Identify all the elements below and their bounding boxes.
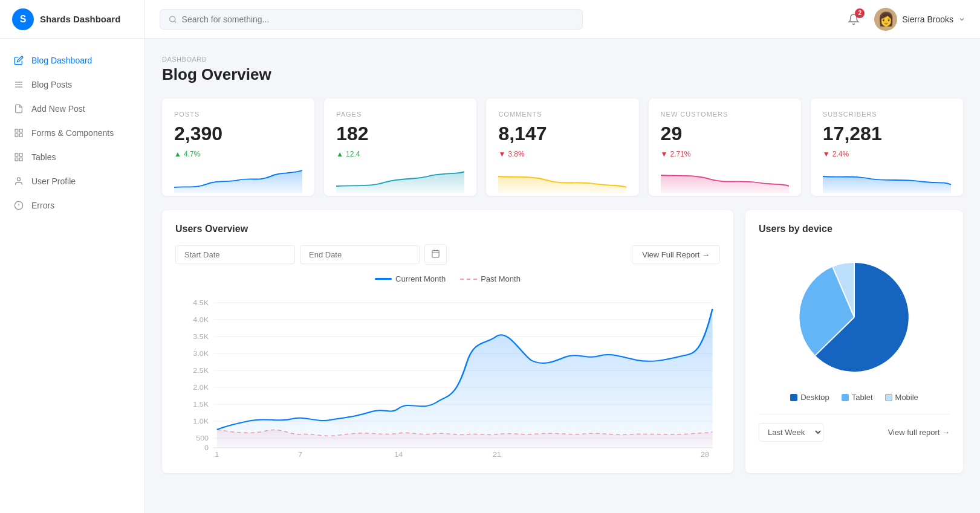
stat-value-subscribers: 17,281 bbox=[823, 123, 951, 145]
svg-rect-10 bbox=[15, 158, 18, 161]
stat-card-comments: COMMENTS 8,147 ▼ 3.8% bbox=[486, 98, 638, 196]
stat-sparkline-new-customers bbox=[661, 163, 789, 196]
stat-change-posts: ▲ 4.7% bbox=[174, 150, 302, 158]
header: 2 👩 Sierra Brooks bbox=[145, 0, 980, 39]
blog-posts-label: Blog Posts bbox=[31, 80, 72, 89]
svg-text:3.5K: 3.5K bbox=[193, 334, 209, 340]
current-month-line-icon bbox=[375, 278, 392, 280]
tablet-dot bbox=[842, 394, 849, 401]
stats-row: POSTS 2,390 ▲ 4.7% PAGES 182 ▲ 12.4 bbox=[162, 98, 963, 196]
header-right: 2 👩 Sierra Brooks bbox=[843, 8, 965, 31]
svg-point-11 bbox=[17, 178, 20, 181]
svg-text:2.5K: 2.5K bbox=[193, 367, 209, 374]
devices-title: Users by device bbox=[759, 224, 950, 234]
end-date-input[interactable] bbox=[300, 245, 420, 264]
sidebar-item-blog-dashboard[interactable]: Blog Dashboard bbox=[0, 48, 144, 73]
legend-desktop: Desktop bbox=[790, 393, 829, 402]
chevron-down-icon bbox=[958, 16, 965, 23]
notification-button[interactable]: 2 bbox=[843, 8, 865, 30]
users-overview-card: Users Overview View Full Report → Curren… bbox=[162, 210, 733, 473]
stat-value-new-customers: 29 bbox=[661, 123, 789, 145]
user-profile-icon bbox=[13, 176, 24, 187]
stat-change-subscribers: ▼ 2.4% bbox=[823, 150, 951, 158]
user-profile-button[interactable]: 👩 Sierra Brooks bbox=[874, 8, 965, 31]
svg-text:28: 28 bbox=[701, 451, 709, 458]
calendar-button[interactable] bbox=[424, 244, 447, 265]
week-select[interactable]: Last Week This Week Last Month bbox=[759, 423, 823, 442]
view-full-report-button[interactable]: View Full Report → bbox=[632, 245, 720, 264]
stat-card-new-customers: NEW CUSTOMERS 29 ▼ 2.71% bbox=[649, 98, 801, 196]
device-legend: Desktop Tablet Mobile bbox=[759, 393, 950, 402]
add-new-post-icon bbox=[13, 103, 24, 114]
avatar: 👩 bbox=[874, 8, 897, 31]
forms-components-label: Forms & Components bbox=[31, 128, 114, 138]
sidebar-nav: Blog DashboardBlog PostsAdd New PostForm… bbox=[0, 39, 144, 513]
svg-text:2.0K: 2.0K bbox=[193, 384, 209, 391]
page-title: Blog Overview bbox=[162, 65, 963, 84]
svg-text:7: 7 bbox=[298, 451, 302, 458]
errors-icon bbox=[13, 200, 24, 211]
legend-mobile: Mobile bbox=[885, 393, 918, 402]
svg-text:1.0K: 1.0K bbox=[193, 418, 209, 425]
sidebar-logo: S Shards Dashboard bbox=[0, 0, 144, 39]
breadcrumb: DASHBOARD bbox=[162, 56, 963, 63]
bottom-row: Users Overview View Full Report → Curren… bbox=[162, 210, 963, 473]
svg-text:1: 1 bbox=[215, 451, 219, 458]
start-date-input[interactable] bbox=[175, 245, 295, 264]
svg-text:0: 0 bbox=[204, 445, 209, 451]
svg-text:4.5K: 4.5K bbox=[193, 300, 209, 306]
svg-rect-8 bbox=[19, 153, 22, 156]
sidebar-item-tables[interactable]: Tables bbox=[0, 145, 144, 169]
sidebar-item-errors[interactable]: Errors bbox=[0, 193, 144, 218]
stat-label-posts: POSTS bbox=[174, 111, 302, 118]
legend-tablet: Tablet bbox=[842, 393, 873, 402]
stat-label-subscribers: SUBSCRIBERS bbox=[823, 111, 951, 118]
search-icon bbox=[169, 15, 177, 24]
stat-label-pages: PAGES bbox=[336, 111, 464, 118]
stat-value-posts: 2,390 bbox=[174, 123, 302, 145]
svg-text:4.0K: 4.0K bbox=[193, 317, 209, 323]
user-profile-label: User Profile bbox=[31, 176, 76, 186]
sidebar: S Shards Dashboard Blog DashboardBlog Po… bbox=[0, 0, 145, 513]
chart-controls: View Full Report → bbox=[175, 244, 720, 265]
stat-card-pages: PAGES 182 ▲ 12.4 bbox=[324, 98, 476, 196]
main-content: 2 👩 Sierra Brooks DASHBOARD Blog Overvie… bbox=[145, 0, 980, 513]
notification-badge: 2 bbox=[855, 8, 865, 18]
view-full-report-link[interactable]: View full report → bbox=[888, 428, 950, 437]
stat-sparkline-comments bbox=[498, 163, 626, 196]
pie-chart-container bbox=[759, 254, 950, 381]
sidebar-item-blog-posts[interactable]: Blog Posts bbox=[0, 73, 144, 97]
svg-rect-3 bbox=[15, 129, 18, 132]
logo-icon: S bbox=[12, 8, 34, 30]
pie-chart-svg bbox=[791, 254, 918, 381]
tables-icon bbox=[13, 152, 24, 163]
blog-dashboard-label: Blog Dashboard bbox=[31, 56, 92, 65]
sidebar-item-forms-components[interactable]: Forms & Components bbox=[0, 121, 144, 145]
stat-change-pages: ▲ 12.4 bbox=[336, 150, 464, 158]
page-content: DASHBOARD Blog Overview POSTS 2,390 ▲ 4.… bbox=[145, 39, 980, 513]
past-month-line-icon bbox=[460, 279, 477, 280]
svg-rect-4 bbox=[19, 129, 22, 132]
logo-text: Shards Dashboard bbox=[40, 14, 120, 24]
calendar-icon bbox=[431, 249, 440, 258]
user-name: Sierra Brooks bbox=[902, 15, 953, 24]
chart-legend: Current Month Past Month bbox=[175, 274, 720, 283]
blog-dashboard-icon bbox=[13, 55, 24, 66]
svg-rect-6 bbox=[15, 134, 18, 137]
search-wrapper[interactable] bbox=[160, 9, 583, 30]
users-chart-svg: 4.5K 4.0K 3.5K 3.0K 2.5K 2.0K 1.5K 1.0K … bbox=[175, 291, 720, 460]
svg-line-16 bbox=[174, 21, 175, 22]
devices-card: Users by device bbox=[745, 210, 963, 473]
stat-label-comments: COMMENTS bbox=[498, 111, 626, 118]
tables-label: Tables bbox=[31, 152, 56, 162]
stat-card-subscribers: SUBSCRIBERS 17,281 ▼ 2.4% bbox=[811, 98, 963, 196]
sidebar-item-add-new-post[interactable]: Add New Post bbox=[0, 97, 144, 121]
stat-value-pages: 182 bbox=[336, 123, 464, 145]
device-card-footer: Last Week This Week Last Month View full… bbox=[759, 414, 950, 442]
stat-sparkline-pages bbox=[336, 163, 464, 196]
sidebar-item-user-profile[interactable]: User Profile bbox=[0, 169, 144, 193]
svg-rect-17 bbox=[432, 251, 439, 257]
stat-label-new-customers: NEW CUSTOMERS bbox=[661, 111, 789, 118]
search-input[interactable] bbox=[182, 15, 574, 24]
desktop-dot bbox=[790, 394, 797, 401]
